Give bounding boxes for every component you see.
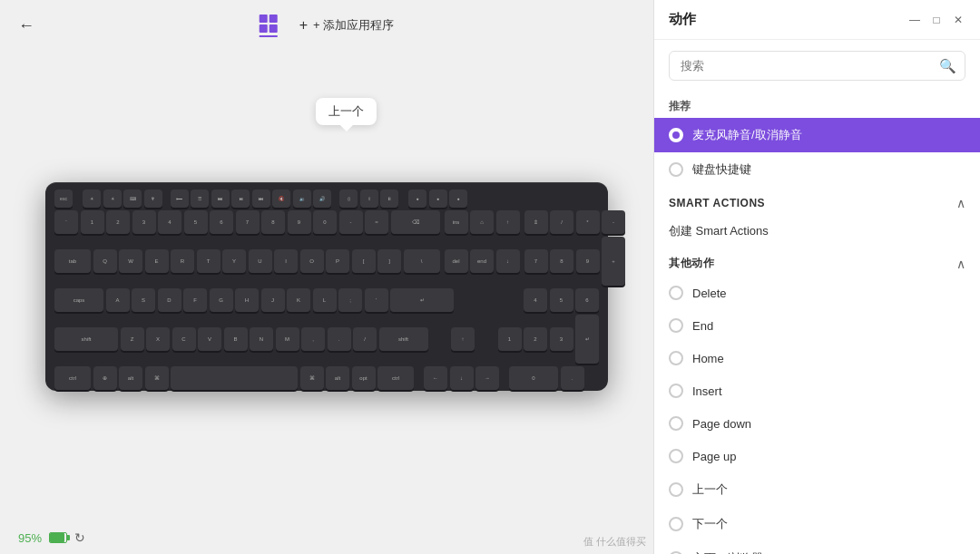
- key-f9: ⏭: [252, 190, 270, 208]
- key-smart: ⊕: [93, 366, 117, 390]
- key-row-fn: esc ☀ ☀ ⌨ 🎙 ⟵ ☰ ⏮ ⏯ ⏭ 🔇 🔉 🔊 ⎙ ⇳ ⏸: [54, 190, 599, 208]
- key-m: M: [276, 327, 299, 351]
- key-lshift: shift: [54, 327, 118, 351]
- key-0: 0: [313, 210, 337, 234]
- key-num9: 9: [576, 249, 600, 273]
- battery-percent: 95%: [18, 531, 42, 545]
- key-f14: ●: [429, 190, 447, 208]
- key-1: 1: [81, 210, 104, 234]
- actions-list: 推荐 麦克风静音/取消静音 键盘快捷键 SMART ACTIONS ∧ 创建 S…: [654, 92, 980, 554]
- top-bar: ← + + 添加应用程序: [0, 0, 653, 51]
- key-x: X: [146, 327, 170, 351]
- key-ralt: alt: [326, 366, 349, 390]
- action-label-mute: 麦克风静音/取消静音: [692, 127, 802, 143]
- action-item-home[interactable]: Home: [654, 342, 980, 374]
- action-item-browser-home[interactable]: 主页（浏览器）: [654, 541, 980, 554]
- action-item-prev[interactable]: 上一个: [654, 472, 980, 507]
- smart-actions-chevron[interactable]: ∧: [956, 196, 965, 210]
- radio-mute: [669, 128, 683, 142]
- smart-actions-section-header: SMART ACTIONS ∧: [654, 187, 980, 216]
- key-f12: 🔊: [313, 190, 331, 208]
- other-actions-chevron[interactable]: ∧: [956, 257, 965, 271]
- key-numdot: .: [561, 366, 584, 390]
- key-slash: /: [353, 327, 377, 351]
- right-panel: 动作 — □ ✕ 🔍 推荐 麦克风静音/取消静音 键盘快捷键 SMART ACT…: [653, 0, 980, 554]
- minimize-button[interactable]: —: [907, 14, 922, 26]
- plus-icon: +: [299, 17, 308, 34]
- key-q: Q: [93, 249, 117, 273]
- key-pgdn: ↓: [496, 249, 520, 273]
- create-smart-action-button[interactable]: 创建 Smart Actions: [654, 216, 980, 247]
- back-button[interactable]: ←: [18, 16, 34, 35]
- key-num1: 1: [498, 327, 522, 351]
- radio-delete: [669, 286, 683, 300]
- key-num6: 6: [575, 288, 599, 312]
- action-label-end: End: [692, 319, 713, 333]
- action-item-delete[interactable]: Delete: [654, 277, 980, 309]
- tab-apps[interactable]: [260, 15, 278, 37]
- key-f10: 🔇: [272, 190, 290, 208]
- key-f15: ●: [449, 190, 467, 208]
- action-item-next[interactable]: 下一个: [654, 507, 980, 541]
- key-num4: 4: [524, 288, 547, 312]
- search-input[interactable]: [669, 51, 965, 81]
- key-nummul: *: [576, 210, 600, 234]
- key-tab: tab: [54, 249, 91, 273]
- action-item-end[interactable]: End: [654, 309, 980, 342]
- key-f1: ☀: [83, 190, 101, 208]
- close-button[interactable]: ✕: [951, 14, 965, 26]
- key-p: P: [326, 249, 349, 273]
- key-g: G: [210, 288, 233, 312]
- key-row-asdf: caps A S D F G H J K L ; ' ↵ 4 5 6: [54, 288, 599, 312]
- key-lctrl: ctrl: [54, 366, 91, 390]
- key-8: 8: [261, 210, 285, 234]
- key-b: B: [224, 327, 248, 351]
- add-app-button[interactable]: + + 添加应用程序: [299, 17, 395, 34]
- key-row-numbers: ` 1 2 3 4 5 6 7 8 9 0 - = ⌫ ins ⌂ ↑ ⇭: [54, 210, 599, 234]
- action-label-prev: 上一个: [692, 481, 728, 498]
- key-3: 3: [132, 210, 156, 234]
- key-h: H: [235, 288, 259, 312]
- key-row-zxcv: shift Z X C V B N M , . / shift ↑ 1 2 3: [54, 315, 599, 364]
- action-item-pageup[interactable]: Page up: [654, 440, 980, 472]
- key-row-qwerty: tab Q W E R T Y U I O P [ ] \ del end ↓ …: [54, 237, 599, 286]
- key-backspace: ⌫: [391, 210, 440, 234]
- right-header: 动作 — □ ✕: [654, 0, 980, 40]
- action-item-shortcut[interactable]: 键盘快捷键: [654, 152, 980, 187]
- key-numlock: ⇭: [524, 210, 548, 234]
- key-enter: ↵: [390, 288, 454, 312]
- key-f4: 🎙: [144, 190, 162, 208]
- status-bar: 95% ↻: [0, 521, 653, 554]
- key-f8: ⏯: [231, 190, 250, 208]
- key-num0: 0: [509, 366, 558, 390]
- key-9: 9: [288, 210, 311, 234]
- maximize-button[interactable]: □: [929, 14, 944, 26]
- key-esc: esc: [54, 190, 73, 208]
- key-2: 2: [106, 210, 130, 234]
- key-u: U: [249, 249, 272, 273]
- action-item-mute[interactable]: 麦克风静音/取消静音: [654, 118, 980, 152]
- radio-pageup: [669, 449, 683, 463]
- window-controls: — □ ✕: [907, 14, 965, 26]
- action-label-insert: Insert: [692, 384, 722, 398]
- key-home: ⌂: [470, 210, 494, 234]
- key-v: V: [198, 327, 221, 351]
- key-pause: ⏸: [380, 190, 398, 208]
- key-rcmd: ⌘: [300, 366, 324, 390]
- key-prtsc: ⎙: [339, 190, 358, 208]
- key-lalt: alt: [119, 366, 142, 390]
- key-right: →: [475, 366, 499, 390]
- radio-shortcut: [669, 162, 683, 177]
- keyboard: esc ☀ ☀ ⌨ 🎙 ⟵ ☰ ⏮ ⏯ ⏭ 🔇 🔉 🔊 ⎙ ⇳ ⏸: [45, 182, 608, 391]
- action-item-insert[interactable]: Insert: [654, 374, 980, 407]
- action-label-shortcut: 键盘快捷键: [692, 161, 751, 178]
- key-up: ↑: [451, 327, 475, 351]
- key-d: D: [158, 288, 181, 312]
- key-i: I: [274, 249, 298, 273]
- key-4: 4: [158, 210, 181, 234]
- key-y: Y: [222, 249, 246, 273]
- action-label-pageup: Page up: [692, 450, 736, 463]
- key-w: W: [119, 249, 142, 273]
- key-cmd: ⌘: [145, 366, 169, 390]
- action-item-pagedown[interactable]: Page down: [654, 407, 980, 440]
